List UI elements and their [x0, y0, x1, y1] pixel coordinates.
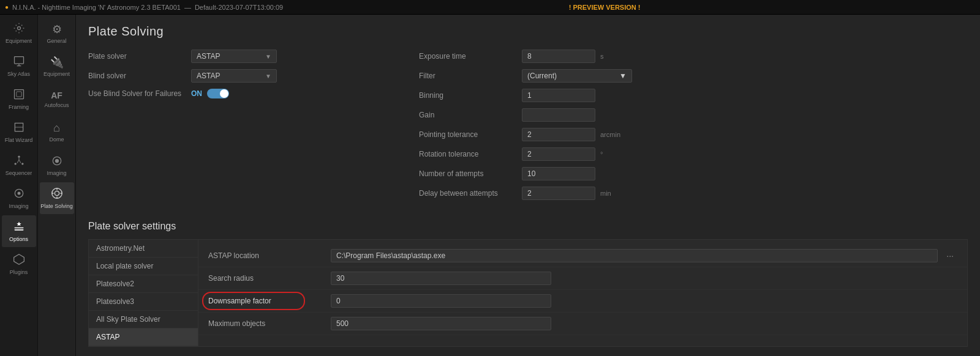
config-label-downsample: Downsample factor: [208, 297, 331, 305]
imaging2-icon: [51, 155, 63, 168]
solver-list-item-astap[interactable]: ASTAP: [89, 328, 198, 346]
nav-item-flatwizard[interactable]: Flat Wizard: [2, 116, 36, 148]
svg-rect-1: [14, 57, 23, 64]
blind-solver-arrow: ▼: [265, 73, 271, 80]
svg-point-6: [14, 163, 16, 165]
blind-solver-toggle[interactable]: [207, 89, 229, 98]
imaging-icon: [13, 187, 25, 201]
toggle-thumb: [220, 89, 228, 98]
second-nav-label-autofocus: Autofocus: [44, 102, 69, 108]
dome-icon: ⌂: [53, 122, 60, 135]
second-nav-imaging2[interactable]: Imaging: [40, 149, 74, 181]
app-body: Equipment Sky Atlas Framing Flat Wizard …: [0, 15, 980, 356]
pointing-tolerance-row: Pointing tolerance arcmin: [419, 128, 968, 141]
exposure-time-label: Exposure time: [419, 52, 517, 61]
pointing-tolerance-input[interactable]: [522, 128, 595, 141]
binning-input[interactable]: [522, 89, 595, 102]
exposure-time-input[interactable]: [522, 50, 595, 63]
solver-list-item-local[interactable]: Local plate solver: [89, 258, 198, 275]
solver-settings-title: Plate solver settings: [88, 221, 968, 232]
second-nav-label-platesolving: Plate Solving: [40, 203, 73, 210]
plate-solver-select[interactable]: ASTAP ▼: [191, 50, 277, 63]
right-settings: Exposure time s Filter (Current) ▼ Binni…: [419, 50, 968, 206]
title-bar: ● N.I.N.A. - Nighttime Imaging 'N' Astro…: [0, 0, 980, 15]
second-nav-autofocus[interactable]: AF Autofocus: [40, 83, 74, 115]
svg-rect-2: [14, 90, 23, 99]
preview-label: ! PREVIEW VERSION !: [569, 4, 641, 11]
blind-solver-label: Blind solver: [88, 72, 186, 80]
plate-solver-arrow: ▼: [265, 53, 271, 60]
svg-point-5: [18, 156, 20, 158]
svg-point-9: [17, 192, 20, 195]
config-row-astap-location: ASTAP location ···: [198, 245, 967, 267]
second-nav-platesolving[interactable]: Plate Solving: [40, 182, 74, 214]
equipment2-icon: 🔌: [50, 56, 64, 69]
blind-solver-select[interactable]: ASTAP ▼: [191, 69, 277, 83]
config-search-radius-input[interactable]: [331, 272, 551, 285]
config-row-search-radius: Search radius: [198, 267, 967, 290]
blind-solver-toggle-row: Use Blind Solver for Failures ON: [88, 89, 394, 98]
blind-solver-toggle-label: Use Blind Solver for Failures: [88, 89, 186, 98]
plate-solver-value: ASTAP: [197, 52, 220, 61]
solver-list-item-platesolve3[interactable]: Platesolve3: [89, 293, 198, 311]
rotation-tolerance-label: Rotation tolerance: [419, 150, 517, 158]
nav-item-skyatlas[interactable]: Sky Atlas: [2, 50, 36, 82]
solver-settings-section: Plate solver settings Astrometry.Net Loc…: [88, 221, 968, 347]
equipment-icon: [13, 22, 25, 36]
attempts-label: Number of attempts: [419, 169, 517, 178]
second-nav-equipment[interactable]: 🔌 Equipment: [40, 50, 74, 82]
sequencer-icon: [13, 154, 25, 168]
nav-label-equipment: Equipment: [6, 38, 32, 44]
general-icon: ⚙: [52, 23, 62, 36]
attempts-row: Number of attempts: [419, 167, 968, 180]
second-nav-label-general: General: [47, 38, 66, 44]
solver-list-item-astrometry[interactable]: Astrometry.Net: [89, 240, 198, 258]
second-nav-label-imaging2: Imaging: [47, 170, 66, 176]
blind-solver-row: Blind solver ASTAP ▼: [88, 69, 394, 83]
options-icon: [13, 220, 25, 234]
three-dots-button[interactable]: ···: [943, 250, 957, 262]
nav-label-sequencer: Sequencer: [6, 170, 32, 176]
skyatlas-icon: [13, 55, 25, 69]
filter-row: Filter (Current) ▼: [419, 69, 968, 83]
filter-label: Filter: [419, 72, 517, 80]
nav-label-options: Options: [9, 236, 28, 242]
config-astap-location-input[interactable]: [331, 249, 938, 262]
svg-point-16: [55, 191, 59, 195]
nav-item-equipment[interactable]: Equipment: [2, 17, 36, 49]
nav-label-framing: Framing: [9, 104, 29, 110]
plate-solver-label: Plate solver: [88, 52, 186, 61]
config-downsample-input[interactable]: [331, 294, 551, 308]
svg-rect-10: [14, 228, 23, 229]
nav-label-imaging: Imaging: [9, 203, 28, 209]
solver-list: Astrometry.Net Local plate solver Plates…: [88, 239, 198, 347]
second-nav-label-dome: Dome: [49, 136, 64, 143]
delay-unit: min: [600, 190, 611, 197]
filter-select[interactable]: (Current) ▼: [522, 69, 632, 83]
second-nav-dome[interactable]: ⌂ Dome: [40, 116, 74, 148]
framing-icon: [13, 88, 25, 102]
exposure-time-row: Exposure time s: [419, 50, 968, 63]
attempts-input[interactable]: [522, 167, 595, 180]
solver-list-item-allsky[interactable]: All Sky Plate Solver: [89, 311, 198, 328]
delay-label: Delay between attempts: [419, 189, 517, 198]
nav-item-plugins[interactable]: Plugins: [2, 248, 36, 280]
svg-marker-12: [13, 254, 24, 265]
second-nav-general[interactable]: ⚙ General: [40, 17, 74, 49]
nav-item-imaging[interactable]: Imaging: [2, 182, 36, 214]
gain-input[interactable]: [522, 108, 595, 122]
profile-name: Default-2023-07-07T13:00:09: [195, 4, 283, 11]
rotation-tolerance-input[interactable]: [522, 147, 595, 161]
blind-solver-toggle-group: ON: [191, 89, 229, 98]
config-label-max-objects: Maximum objects: [208, 319, 331, 328]
exposure-time-unit: s: [600, 53, 604, 60]
nav-item-sequencer[interactable]: Sequencer: [2, 149, 36, 181]
rotation-tolerance-unit: °: [600, 150, 603, 158]
toggle-state-label: ON: [191, 89, 202, 98]
solver-list-item-platesolve2[interactable]: Platesolve2: [89, 275, 198, 293]
nav-item-options[interactable]: Options: [2, 215, 36, 247]
config-max-objects-input[interactable]: [331, 317, 551, 330]
nav-label-flatwizard: Flat Wizard: [5, 137, 33, 143]
delay-input[interactable]: [522, 187, 595, 200]
nav-item-framing[interactable]: Framing: [2, 83, 36, 115]
